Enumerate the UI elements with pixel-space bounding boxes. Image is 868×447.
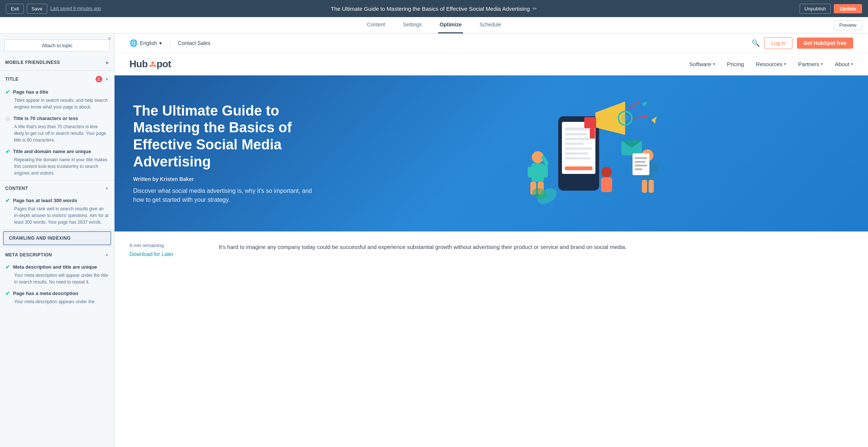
- check-unique-desc: Repeating the domain name in your title …: [5, 156, 109, 176]
- check-meta-exists-desc: Your meta description appears under the: [5, 298, 109, 305]
- hero-illustration-svg: [510, 98, 659, 209]
- svg-rect-27: [531, 163, 544, 182]
- hs-lang-label: English: [140, 40, 157, 46]
- tab-optimize[interactable]: Optimize: [438, 17, 463, 33]
- svg-rect-19: [565, 157, 591, 159]
- hs-nav-about-label: About: [835, 61, 849, 67]
- hs-lang-arrow: ▾: [159, 40, 162, 46]
- svg-point-25: [621, 114, 629, 122]
- hs-time-remaining: 9 min remaining: [129, 243, 204, 248]
- check-green-icon: ✔: [5, 88, 10, 95]
- hs-get-free-button[interactable]: Get HubSpot free: [797, 38, 853, 49]
- hs-download-link[interactable]: Download for Later: [129, 251, 173, 257]
- section-title[interactable]: Title 1 ▼: [0, 72, 114, 86]
- content-chevron-icon: ▼: [105, 187, 109, 191]
- update-button[interactable]: Update: [834, 4, 862, 13]
- hs-logo-text: Hub: [129, 58, 148, 70]
- hs-nav-links: Software ▾ Pricing Resources ▾ Partners …: [689, 61, 853, 67]
- svg-point-5: [154, 65, 156, 67]
- svg-rect-48: [635, 165, 647, 166]
- hs-logo-icon: [148, 60, 157, 69]
- check-desc-text: Titles appear in search results, and hel…: [5, 97, 109, 110]
- section-crawling-indexing[interactable]: Crawling and Indexing: [3, 231, 111, 245]
- check-gray-icon: ◎: [5, 115, 10, 122]
- svg-line-7: [629, 101, 640, 109]
- svg-rect-20: [565, 166, 592, 170]
- svg-rect-38: [653, 163, 659, 173]
- svg-rect-45: [633, 153, 649, 175]
- preview-area: 🌐 English ▾ | Contact Sales 🔍 Log in Get…: [115, 33, 868, 447]
- hs-nav-pricing-label: Pricing: [727, 61, 744, 67]
- partners-dropdown-icon: ▾: [821, 62, 823, 67]
- hs-top-right: 🔍 Log in Get HubSpot free: [752, 37, 853, 49]
- top-bar-right: Unpublish Update: [800, 4, 862, 14]
- check-300-icon: ✔: [5, 197, 10, 204]
- preview-button[interactable]: Preview: [834, 20, 862, 30]
- hs-nav-about[interactable]: About ▾: [835, 61, 853, 67]
- hs-login-button[interactable]: Log in: [764, 37, 793, 49]
- svg-rect-16: [565, 143, 584, 145]
- svg-rect-17: [565, 148, 592, 150]
- chevron-down-icon: ▼: [105, 77, 109, 81]
- save-button[interactable]: Save: [27, 4, 48, 14]
- title-badge: 1: [96, 76, 102, 82]
- unpublish-button[interactable]: Unpublish: [800, 4, 831, 14]
- hs-content-left: 9 min remaining Download for Later: [129, 243, 204, 257]
- exit-button[interactable]: Exit: [6, 4, 24, 14]
- section-content[interactable]: Content ▼: [0, 182, 114, 195]
- svg-rect-22: [584, 117, 596, 128]
- hs-hero-content: The Ultimate Guide to Mastering the Basi…: [133, 103, 319, 204]
- tab-content[interactable]: Content: [365, 17, 386, 33]
- hs-language-selector[interactable]: 🌐 English ▾: [129, 39, 162, 47]
- title-section-label: Title: [5, 77, 19, 82]
- svg-rect-14: [565, 133, 587, 135]
- chevron-right-icon: ▶: [106, 61, 109, 65]
- edit-title-icon[interactable]: ✏: [533, 6, 537, 12]
- svg-rect-39: [642, 180, 647, 193]
- check-title-chars-text: Title is 70 characters or less: [13, 116, 78, 121]
- meta-chevron-icon: ▼: [105, 253, 109, 257]
- last-saved-text[interactable]: Last saved 9 minutes ago: [50, 6, 101, 11]
- hs-contact-sales-link[interactable]: Contact Sales: [178, 40, 210, 46]
- hs-top-bar: 🌐 English ▾ | Contact Sales 🔍 Log in Get…: [115, 33, 868, 53]
- hs-nav-software[interactable]: Software ▾: [689, 61, 715, 67]
- check-title-text: Page has a title: [13, 89, 48, 95]
- hs-hero: The Ultimate Guide to Mastering the Basi…: [115, 75, 868, 231]
- hs-nav-software-label: Software: [689, 61, 711, 67]
- check-meta-unique: ✔ Meta description and title are unique …: [0, 261, 114, 288]
- hs-hero-title: The Ultimate Guide to Mastering the Basi…: [133, 103, 319, 170]
- hs-nav-partners-label: Partners: [798, 61, 819, 67]
- check-meta-unique-desc: Your meta description will appear under …: [5, 272, 109, 285]
- svg-line-8: [633, 116, 647, 118]
- hs-hero-description: Discover what social media advertising i…: [133, 187, 319, 204]
- hs-content-body: It's hard to imagine any company today c…: [219, 243, 853, 257]
- globe-icon: 🌐: [129, 39, 138, 47]
- check-300-desc: Pages that rank well in search results g…: [5, 205, 109, 226]
- hs-nav-resources[interactable]: Resources ▾: [756, 61, 786, 67]
- hs-nav-pricing[interactable]: Pricing: [727, 61, 744, 67]
- hs-nav-resources-label: Resources: [756, 61, 782, 67]
- hs-hero-written-by: Written by Kristen Baker: [133, 176, 319, 182]
- crawling-label: Crawling and Indexing: [9, 236, 71, 241]
- hs-nav-partners[interactable]: Partners ▾: [798, 61, 823, 67]
- check-300-words: ✔ Page has at least 300 words Pages that…: [0, 195, 114, 228]
- hs-separator: |: [169, 40, 171, 46]
- tab-settings[interactable]: Settings: [401, 17, 423, 33]
- check-chars-desc: A title that's less than 70 characters i…: [5, 123, 109, 143]
- section-meta-description[interactable]: Meta Description ▼: [0, 249, 114, 261]
- content-section-label: Content: [5, 186, 28, 191]
- svg-rect-40: [649, 180, 654, 193]
- sidebar-collapse-button[interactable]: «: [108, 35, 111, 42]
- check-unique-icon: ✔: [5, 148, 10, 155]
- svg-point-3: [150, 65, 152, 67]
- hs-nav: Hub pot Software ▾ Pricing: [115, 53, 868, 75]
- check-title-unique: ✔ Title and domain name are unique Repea…: [0, 146, 114, 179]
- check-300-text: Page has at least 300 words: [13, 198, 77, 203]
- svg-rect-18: [565, 152, 588, 155]
- attach-topic-button[interactable]: Attach to topic: [4, 39, 110, 52]
- tab-schedule[interactable]: Schedule: [478, 17, 502, 33]
- section-mobile-friendliness[interactable]: Mobile Friendliness ▶: [0, 56, 114, 69]
- svg-rect-15: [565, 138, 590, 140]
- hs-logo[interactable]: Hub pot: [129, 58, 171, 70]
- search-icon[interactable]: 🔍: [752, 39, 760, 47]
